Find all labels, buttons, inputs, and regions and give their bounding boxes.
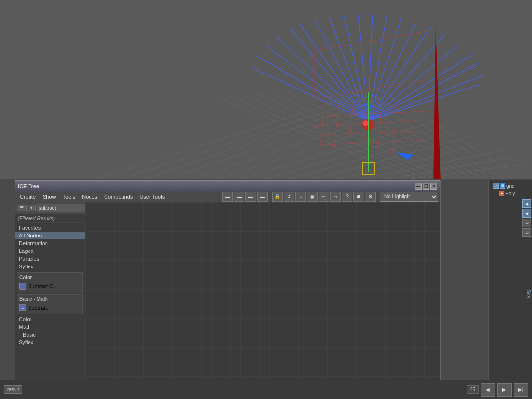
sidebar-item-favorites[interactable]: Favorites [15, 224, 85, 232]
highlight-select[interactable]: No Highlight [380, 192, 438, 202]
close-button[interactable]: ✕ [430, 183, 437, 190]
poly-icon: ◆ [499, 191, 504, 196]
scene-tree: ▷ ▦ grid ◆ Poly [491, 182, 530, 197]
ice-tree-titlebar: ICE Tree — ❐ ✕ [15, 181, 440, 192]
lock-btn[interactable]: 🔒 [272, 192, 283, 202]
menu-tools[interactable]: Tools [60, 193, 78, 201]
circle-btn[interactable]: ○ [295, 192, 306, 202]
tree-expand-icon: ▷ [493, 183, 499, 189]
view-list-btn[interactable]: ☰ [17, 205, 27, 211]
menu-create[interactable]: Create [17, 193, 39, 201]
color-section-title: Color [19, 275, 80, 280]
math-item-subtract[interactable]: – Subtract [19, 303, 80, 312]
menu-nodes[interactable]: Nodes [79, 193, 100, 201]
menu-show[interactable]: Show [40, 193, 59, 201]
scene-btn-4[interactable]: ⚙ [522, 228, 531, 237]
filtered-results-label: (Filtered Results) [15, 214, 85, 223]
sidebar-item-syflex2[interactable]: Syflex [15, 339, 85, 346]
sidebar-item-lagoa[interactable]: Lagoa [15, 247, 85, 255]
scene-btn-2[interactable]: ◀ [522, 209, 531, 218]
node-editor[interactable]: Get null.kine.global.pos ≡ Value Out_Nam… [85, 202, 440, 399]
sidebar-section-favorites: Favorites All Nodes Deformation Lagoa Pa… [15, 223, 85, 271]
rec-btn[interactable]: ⏺ [353, 192, 364, 202]
tree-item-poly[interactable]: ◆ Poly [491, 190, 530, 197]
arrow-left-btn[interactable]: ⇐ [319, 192, 329, 202]
ice-tree-panel: ICE Tree — ❐ ✕ Create Show Tools Nodes C… [15, 180, 441, 399]
restore-button[interactable]: ❐ [423, 183, 429, 190]
connections-svg [85, 202, 440, 399]
3d-viewport [0, 0, 532, 179]
bottom-bar: result 65 ◀ ▶ ▶| [0, 380, 532, 399]
help-btn[interactable]: ? [342, 192, 352, 202]
sidebar: ☰ ▾ 🔍 ✕ (Filtered Results) Favorites All… [15, 202, 85, 399]
panel-title: ICE Tree [18, 183, 39, 189]
search-input[interactable] [37, 204, 85, 212]
tree-label-grid: grid [506, 183, 515, 189]
sidebar-item-basic[interactable]: Basic [15, 331, 85, 339]
math-item-label: Subtract [28, 305, 48, 310]
sidebar-item-math[interactable]: Math [15, 323, 85, 331]
grid-icon: ▦ [500, 183, 505, 189]
scene-btn-1[interactable]: ◀ [522, 199, 531, 208]
nav-end-btn[interactable]: ▶| [514, 383, 528, 397]
layout-btn-3[interactable]: ▬ [245, 192, 256, 202]
menu-user-tools[interactable]: User Tools [137, 193, 167, 201]
minimize-button[interactable]: — [415, 183, 422, 190]
layout-btn-4[interactable]: ▬ [257, 192, 268, 202]
sidebar-item-color[interactable]: Color [15, 315, 85, 323]
arrow-overlay [85, 202, 440, 399]
svg-point-60 [363, 120, 368, 126]
basic-math-section: Basic - Math – Subtract [17, 294, 83, 314]
color-item-subtract[interactable]: Subtract C... [19, 282, 80, 291]
layout-btn-1[interactable]: ▬ [222, 192, 233, 202]
menu-compounds[interactable]: Compounds [101, 193, 136, 201]
result-label: result [4, 385, 22, 394]
svg-rect-0 [0, 0, 532, 179]
arrow-right-btn[interactable]: ⇒ [330, 192, 341, 202]
scene-btn-3[interactable]: ⚙ [522, 219, 531, 227]
page-number: 65 [467, 385, 479, 394]
menu-bar: Create Show Tools Nodes Compounds User T… [15, 192, 440, 202]
color-swatch [19, 283, 26, 290]
settings-btn[interactable]: ⚙ [365, 192, 376, 202]
nav-next-btn[interactable]: ▶ [497, 383, 512, 397]
scene-label: Sce... [526, 290, 531, 302]
color-item-label: Subtract C... [28, 283, 58, 289]
math-subtract-icon: – [19, 304, 26, 311]
tree-label-poly: Poly [505, 191, 515, 196]
tree-item-grid[interactable]: ▷ ▦ grid [491, 182, 530, 190]
view-grid-btn[interactable]: ▾ [28, 205, 36, 211]
layout-btn-2[interactable]: ▬ [234, 192, 244, 202]
color-section: Color Subtract C... [17, 272, 83, 293]
sidebar-item-deformation[interactable]: Deformation [15, 239, 85, 247]
sidebar-item-all-nodes[interactable]: All Nodes [15, 232, 85, 239]
refresh-btn[interactable]: ↺ [284, 192, 294, 202]
sidebar-item-syflex[interactable]: Syflex [15, 263, 85, 270]
nav-prev-btn[interactable]: ◀ [481, 383, 495, 397]
globe-btn[interactable]: ◉ [307, 192, 318, 202]
basic-math-title: Basic - Math [19, 296, 80, 302]
right-panel: ▷ ▦ grid ◆ Poly ◀ ◀ ⚙ ⚙ Sce... [488, 180, 532, 399]
sidebar-item-particles[interactable]: Particles [15, 255, 85, 263]
